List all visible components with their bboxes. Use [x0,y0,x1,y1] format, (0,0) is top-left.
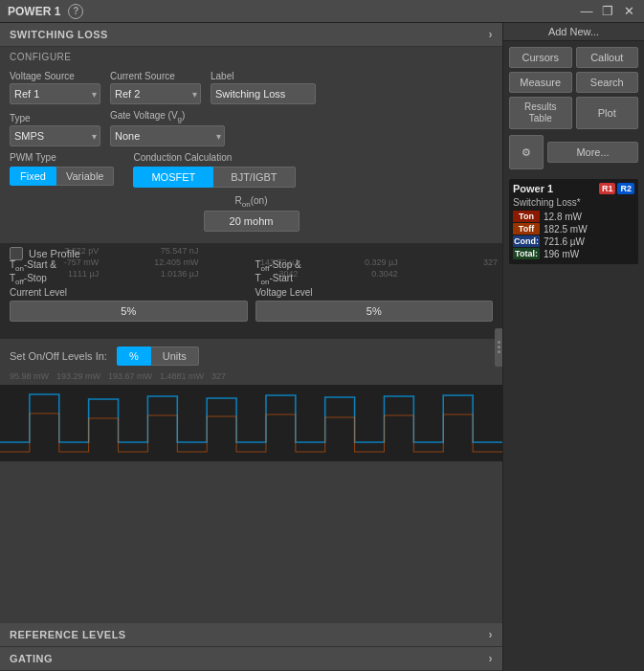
results-table-button[interactable]: ResultsTable [509,97,572,129]
minimize-button[interactable]: — [579,4,594,18]
current-source-select[interactable]: Ref 1 Ref 2 [110,83,201,104]
toff-label: Toff [519,224,534,234]
type-label: Type [10,113,100,123]
units-button[interactable]: Units [151,347,199,366]
power-legend: Power 1 R1 R2 Switching Loss* Ton 12.8 m… [509,179,638,264]
measure-button[interactable]: Measure [509,72,572,93]
switching-loss-star: Switching Loss* [513,197,634,208]
voltage-source-group: Voltage Source Ref 1 Ref 2 [10,71,100,104]
configure-label: CONFIGURE [0,47,502,65]
ron-input[interactable] [204,211,300,232]
maximize-button[interactable]: ❐ [600,4,615,18]
badge-r1: R1 [599,183,616,194]
more-button[interactable]: More... [547,142,638,163]
ron-label: Ron(on) [235,195,268,209]
toff-value: 182.5 mW [544,224,588,235]
title-bar: POWER 1 ? — ❐ ✕ [0,0,644,23]
side-handle[interactable] [495,328,502,367]
label-input[interactable] [211,83,316,104]
data-cell: 95.98 mW [10,371,49,381]
use-profile-label: Use Profile [29,248,80,259]
ton-start-label: Ton-Start &Toff-StopCurrent Level [10,259,248,299]
gate-voltage-group: Gate Voltage (Vg) None [110,110,225,146]
reference-levels-section[interactable]: REFERENCE LEVELS › [0,623,502,647]
switching-loss-section[interactable]: SWITCHING LOSS › [0,23,502,47]
handle-dot [498,346,500,348]
plot-button[interactable]: Plot [576,97,639,129]
config-area: Voltage Source Ref 1 Ref 2 Current Sourc… [0,65,502,239]
gate-voltage-select[interactable]: None [110,125,225,146]
data-cell: 1.4881 mW [160,371,204,381]
add-new-label: Add New... [503,23,644,41]
total-label: Total: [515,249,538,258]
voltage-source-wrapper: Ref 1 Ref 2 [10,83,100,104]
mosfet-button[interactable]: MOSFET [133,167,213,188]
current-source-group: Current Source Ref 1 Ref 2 [110,71,201,104]
type-group: Type SMPS [10,113,100,146]
pwm-toggle-group: Fixed Variable [10,167,114,186]
left-panel: SWITCHING LOSS › CONFIGURE Voltage Sourc… [0,23,502,671]
total-color-box: Total: [513,248,540,259]
toff-stop-label: Toff-Stop &Ton-StartVoltage Level [255,259,494,299]
close-button[interactable]: ✕ [621,4,636,18]
ton-color-box: Ton [513,211,540,222]
handle-dot [498,341,500,344]
pwm-variable-button[interactable]: Variable [56,167,115,186]
switching-loss-chevron: › [489,28,494,41]
toff-stop-input[interactable] [255,301,494,322]
waveform-svg [0,385,502,461]
data-cell: 327 [211,371,226,381]
levels-row: Set On/Off Levels In: % Units [0,343,502,369]
callout-button[interactable]: Callout [576,47,639,68]
ton-label: Ton [519,212,534,221]
pwm-col: PWM Type Fixed Variable [10,152,114,186]
total-value: 196 mW [544,249,579,259]
bjt-button[interactable]: BJT/IGBT [213,167,295,188]
svg-rect-0 [0,385,502,461]
ton-legend-row: Ton 12.8 mW [513,211,634,222]
type-wrapper: SMPS [10,125,100,146]
data-cell: 193.29 mW [56,371,100,381]
data-cell: 193.67 mW [108,371,152,381]
search-button[interactable]: Search [576,72,639,93]
toff-color-box: Toff [513,223,540,235]
levels-toggle-group: % Units [117,347,199,366]
conduction-toggle-group: MOSFET BJT/IGBT [133,167,295,188]
handle-dot [498,350,500,353]
ton-start-input[interactable] [10,301,248,322]
ton-start-group: Ton-Start &Toff-StopCurrent Level [10,259,248,322]
gear-row: ⚙ More... [503,135,644,175]
pwm-fixed-button[interactable]: Fixed [10,167,56,186]
right-buttons-grid: Cursors Callout Measure Search ResultsTa… [503,41,644,135]
label-field-label: Label [211,71,316,81]
source-row: Voltage Source Ref 1 Ref 2 Current Sourc… [10,71,493,104]
toff-stop-group: Toff-Stop &Ton-StartVoltage Level [255,259,494,322]
voltage-source-label: Voltage Source [10,71,100,81]
conduction-label: Conduction Calculation [133,152,295,163]
power-legend-header: Power 1 R1 R2 [513,183,634,194]
percent-button[interactable]: % [117,347,151,366]
cursors-button[interactable]: Cursors [509,47,572,68]
switching-loss-label: SWITCHING LOSS [10,29,108,40]
voltage-source-select[interactable]: Ref 1 Ref 2 [10,83,100,104]
ron-row: Ron(on) [10,195,493,232]
cond-legend-row: Cond: 721.6 µW [513,235,634,247]
help-button[interactable]: ? [68,4,83,19]
cond-color-box: Cond: [513,235,540,247]
gear-button[interactable]: ⚙ [509,135,544,169]
gate-voltage-label: Gate Voltage (Vg) [110,110,225,123]
gate-voltage-wrapper: None [110,125,225,146]
pwm-type-label: PWM Type [10,152,114,163]
reference-levels-label: REFERENCE LEVELS [10,629,126,640]
cond-value: 721.6 µW [544,236,585,247]
current-source-wrapper: Ref 1 Ref 2 [110,83,201,104]
label-group: Label [211,71,316,104]
gating-label: GATING [10,653,53,664]
total-legend-row: Total: 196 mW [513,248,634,259]
conduction-col: Conduction Calculation MOSFET BJT/IGBT [133,152,295,188]
type-select[interactable]: SMPS [10,125,100,146]
window-controls: — ❐ ✕ [579,4,636,18]
reference-levels-chevron: › [489,628,494,641]
gating-section[interactable]: GATING › [0,647,502,671]
window-title: POWER 1 [8,5,60,18]
